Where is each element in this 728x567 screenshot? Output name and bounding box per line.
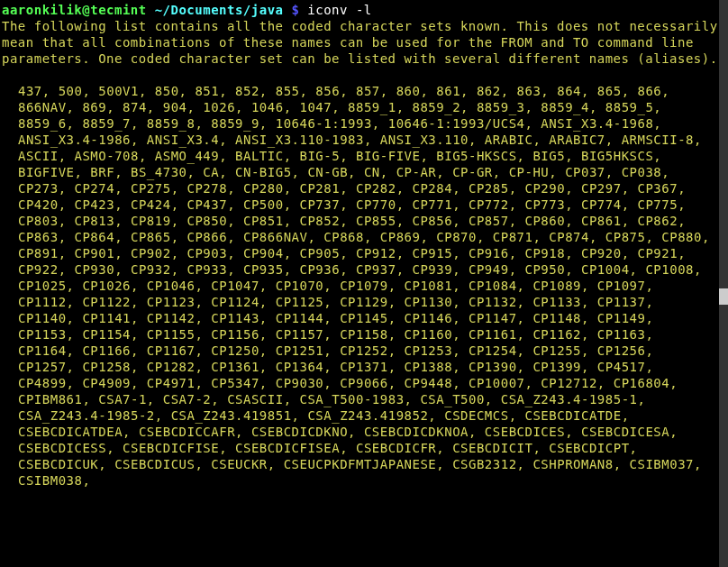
prompt-dollar: $ <box>284 3 308 17</box>
command-text: iconv -l <box>307 3 371 17</box>
terminal-viewport[interactable]: aaronkilik@tecmint ~/Documents/java $ ic… <box>2 2 728 489</box>
output-description: The following list contains all the code… <box>2 18 728 67</box>
scrollbar-thumb[interactable] <box>719 288 728 305</box>
scrollbar-track[interactable] <box>719 0 728 567</box>
output-codesets: 437, 500, 500V1, 850, 851, 852, 855, 856… <box>2 83 714 489</box>
prompt-user: aaronkilik@tecmint <box>2 3 147 17</box>
prompt-path-text: ~/Documents/java <box>155 3 284 17</box>
prompt-path <box>147 3 155 17</box>
prompt-line: aaronkilik@tecmint ~/Documents/java $ ic… <box>2 2 728 18</box>
blank-line <box>2 67 728 83</box>
